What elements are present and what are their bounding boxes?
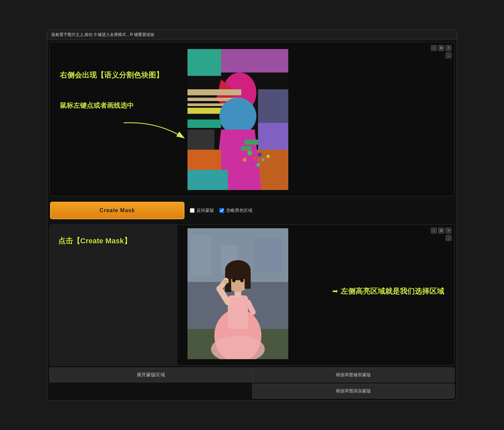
bottom-maximize-btn[interactable]: ⊠ bbox=[438, 228, 444, 234]
svg-rect-19 bbox=[245, 140, 258, 145]
svg-rect-30 bbox=[187, 120, 221, 128]
ignore-black-checkbox[interactable] bbox=[219, 208, 224, 213]
svg-rect-34 bbox=[255, 238, 282, 272]
create-mask-instruction: 点击【Create Mask】 bbox=[58, 237, 131, 245]
top-corner-btn[interactable]: ⌟ bbox=[446, 52, 452, 58]
invert-mask-label: 反转蒙版 bbox=[197, 207, 214, 213]
svg-rect-14 bbox=[258, 123, 288, 150]
title-bar-text: 鼠标置于图片之上,按住 S 键进入全屏模式，R 键重置缩放 bbox=[51, 32, 154, 38]
top-panel-controls: □ ⊠ ✕ bbox=[431, 45, 452, 51]
annotation-select: 鼠标左键点或者画线选中 bbox=[60, 101, 163, 110]
svg-point-23 bbox=[258, 153, 262, 157]
bottom-minimize-btn[interactable]: □ bbox=[431, 228, 437, 234]
svg-rect-4 bbox=[187, 76, 208, 89]
svg-point-12 bbox=[219, 98, 256, 135]
seg-canvas bbox=[187, 49, 288, 190]
expand-mask-area-button[interactable]: 展开蒙版区域 bbox=[49, 368, 252, 382]
svg-rect-43 bbox=[245, 272, 251, 289]
annotation-highlight-area: 左侧高亮区域就是我们选择区域 bbox=[341, 285, 444, 297]
bottom-annotation-left: 点击【Create Mask】 bbox=[58, 235, 131, 247]
svg-point-27 bbox=[252, 162, 254, 164]
svg-point-49 bbox=[240, 278, 244, 282]
svg-rect-20 bbox=[241, 146, 251, 150]
top-annotation-left: 右侧会出现【语义分割色块图】 鼠标左键点或者画线选中 bbox=[60, 69, 163, 110]
svg-point-22 bbox=[253, 156, 256, 160]
annotation-segmentation: 右侧会出现【语义分割色块图】 bbox=[60, 69, 163, 81]
top-close-btn[interactable]: ✕ bbox=[446, 45, 452, 51]
svg-point-26 bbox=[243, 158, 247, 162]
top-maximize-btn[interactable]: ⊠ bbox=[438, 45, 444, 51]
svg-rect-3 bbox=[221, 49, 288, 73]
svg-rect-17 bbox=[187, 170, 228, 190]
bottom-close-btn[interactable]: ✕ bbox=[446, 228, 452, 234]
invert-mask-group[interactable]: 反转蒙版 bbox=[190, 207, 214, 213]
svg-point-24 bbox=[262, 158, 264, 161]
add-by-sketch-button[interactable]: 根据草图添加蒙版 bbox=[252, 384, 455, 398]
title-bar: 鼠标置于图片之上,按住 S 键进入全屏模式，R 键重置缩放 bbox=[47, 30, 457, 40]
svg-point-28 bbox=[256, 163, 260, 166]
svg-rect-38 bbox=[228, 295, 248, 329]
bottom-buttons: 展开蒙版区域 根据草图修剪蒙版 根据草图添加蒙版 bbox=[47, 368, 457, 400]
right-button-group: 根据草图修剪蒙版 根据草图添加蒙版 bbox=[252, 368, 455, 398]
bottom-panel-controls: □ ⊠ ✕ bbox=[431, 228, 452, 234]
top-minimize-btn[interactable]: □ bbox=[431, 45, 437, 51]
svg-point-21 bbox=[247, 151, 252, 155]
annotation-create-mask: 点击【Create Mask】 bbox=[58, 235, 131, 247]
arrow-icon bbox=[124, 120, 191, 146]
controls-row: Create Mask 反转蒙版 忽略黑色区域 bbox=[47, 198, 457, 223]
svg-rect-33 bbox=[191, 235, 211, 275]
svg-point-50 bbox=[223, 281, 229, 283]
app-container: 鼠标置于图片之上,按住 S 键进入全屏模式，R 键重置缩放 □ ⊠ ✕ ⌟ 右侧… bbox=[47, 30, 457, 401]
invert-mask-checkbox[interactable] bbox=[190, 208, 195, 213]
bottom-panel: □ ⊠ ✕ ⌟ 点击【Create Mask】 ➡ 左侧高亮区域就是我们选择区域 bbox=[49, 225, 455, 366]
right-arrow-icon: ➡ bbox=[332, 287, 338, 295]
create-mask-button[interactable]: Create Mask bbox=[50, 202, 184, 219]
bottom-annotation-right: ➡ 左侧高亮区域就是我们选择区域 bbox=[332, 285, 444, 297]
seg-svg bbox=[187, 49, 288, 190]
photo-area bbox=[187, 228, 288, 359]
trim-by-sketch-button[interactable]: 根据草图修剪蒙版 bbox=[252, 368, 455, 382]
bottom-corner-btn[interactable]: ⌟ bbox=[446, 235, 452, 241]
svg-rect-29 bbox=[187, 130, 214, 150]
svg-rect-13 bbox=[258, 89, 288, 123]
woman-photo bbox=[187, 228, 288, 359]
ignore-black-group[interactable]: 忽略黑色区域 bbox=[219, 207, 252, 213]
svg-point-25 bbox=[266, 155, 270, 158]
top-panel: □ ⊠ ✕ ⌟ 右侧会出现【语义分割色块图】 鼠标左键点或者画线选中 bbox=[49, 42, 455, 196]
arrow-container bbox=[124, 120, 191, 148]
svg-rect-8 bbox=[187, 89, 241, 95]
svg-rect-18 bbox=[187, 150, 221, 170]
svg-point-48 bbox=[232, 278, 236, 282]
segmentation-image[interactable] bbox=[187, 49, 288, 190]
svg-rect-2 bbox=[187, 49, 221, 76]
ignore-black-label: 忽略黑色区域 bbox=[226, 207, 252, 213]
